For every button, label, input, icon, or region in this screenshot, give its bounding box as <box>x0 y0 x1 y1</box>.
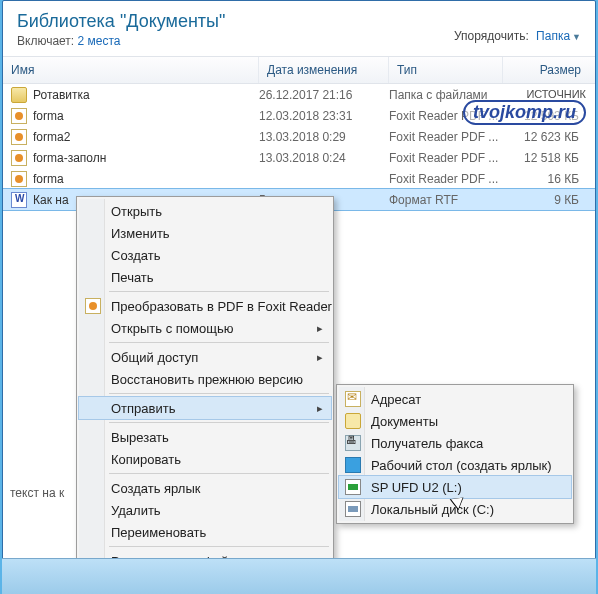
col-size[interactable]: Размер <box>503 57 589 83</box>
menu-item[interactable]: Открыть с помощью <box>79 317 331 339</box>
pdf-icon <box>11 108 27 124</box>
file-row[interactable]: forma213.03.2018 0:29Foxit Reader PDF ..… <box>3 126 595 147</box>
menu-item[interactable]: Преобразовать в PDF в Foxit Reader <box>79 295 331 317</box>
file-row[interactable]: formaFoxit Reader PDF ...16 КБ <box>3 168 595 189</box>
col-date[interactable]: Дата изменения <box>259 57 389 83</box>
menu-separator <box>109 473 329 474</box>
menu-item[interactable]: Восстановить прежнюю версию <box>79 368 331 390</box>
doc-icon <box>345 413 361 429</box>
submenu-item[interactable]: Рабочий стол (создать ярлык) <box>339 454 571 476</box>
submenu-item[interactable]: Локальный диск (C:) <box>339 498 571 520</box>
submenu-item[interactable]: Получатель факса <box>339 432 571 454</box>
menu-separator <box>109 393 329 394</box>
pdf-icon <box>85 298 101 314</box>
menu-item[interactable]: Отправить <box>79 397 331 419</box>
folder-icon <box>11 87 27 103</box>
usb-icon <box>345 479 361 495</box>
pdf-icon <box>11 129 27 145</box>
col-type[interactable]: Тип <box>389 57 503 83</box>
taskbar[interactable] <box>2 558 596 594</box>
menu-item[interactable]: Копировать <box>79 448 331 470</box>
sort-bar: Упорядочить: Папка▼ <box>454 29 581 43</box>
menu-item[interactable]: Изменить <box>79 222 331 244</box>
menu-item[interactable]: Создать <box>79 244 331 266</box>
menu-separator <box>109 342 329 343</box>
col-name[interactable]: Имя <box>3 57 259 83</box>
menu-separator <box>109 546 329 547</box>
menu-item[interactable]: Печать <box>79 266 331 288</box>
menu-item[interactable]: Создать ярлык <box>79 477 331 499</box>
submenu-item[interactable]: Документы <box>339 410 571 432</box>
file-row[interactable]: Ротавитка26.12.2017 21:16Папка с файлами <box>3 84 595 105</box>
submenu-send-to[interactable]: АдресатДокументыПолучатель факсаРабочий … <box>336 384 574 524</box>
menu-separator <box>109 291 329 292</box>
menu-item[interactable]: Удалить <box>79 499 331 521</box>
submenu-item[interactable]: SP UFD U2 (L:) <box>339 476 571 498</box>
menu-item[interactable]: Переименовать <box>79 521 331 543</box>
menu-separator <box>109 422 329 423</box>
menu-item[interactable]: Вырезать <box>79 426 331 448</box>
submenu-item[interactable]: Адресат <box>339 388 571 410</box>
context-menu[interactable]: ОткрытьИзменитьСоздатьПечатьПреобразоват… <box>76 196 334 594</box>
file-row[interactable]: forma-заполн13.03.2018 0:24Foxit Reader … <box>3 147 595 168</box>
rtf-icon <box>11 192 27 208</box>
pdf-icon <box>11 150 27 166</box>
background-text: текст на к <box>10 486 64 500</box>
fax-icon <box>345 435 361 451</box>
sort-dropdown[interactable]: Папка▼ <box>536 29 581 43</box>
column-headers: Имя Дата изменения Тип Размер <box>3 56 595 84</box>
mail-icon <box>345 391 361 407</box>
menu-item[interactable]: Общий доступ <box>79 346 331 368</box>
desk-icon <box>345 457 361 473</box>
hdd-icon <box>345 501 361 517</box>
file-row[interactable]: forma12.03.2018 23:31Foxit Reader PDF ..… <box>3 105 595 126</box>
pdf-icon <box>11 171 27 187</box>
includes-link[interactable]: 2 места <box>78 34 121 48</box>
menu-item[interactable]: Открыть <box>79 200 331 222</box>
